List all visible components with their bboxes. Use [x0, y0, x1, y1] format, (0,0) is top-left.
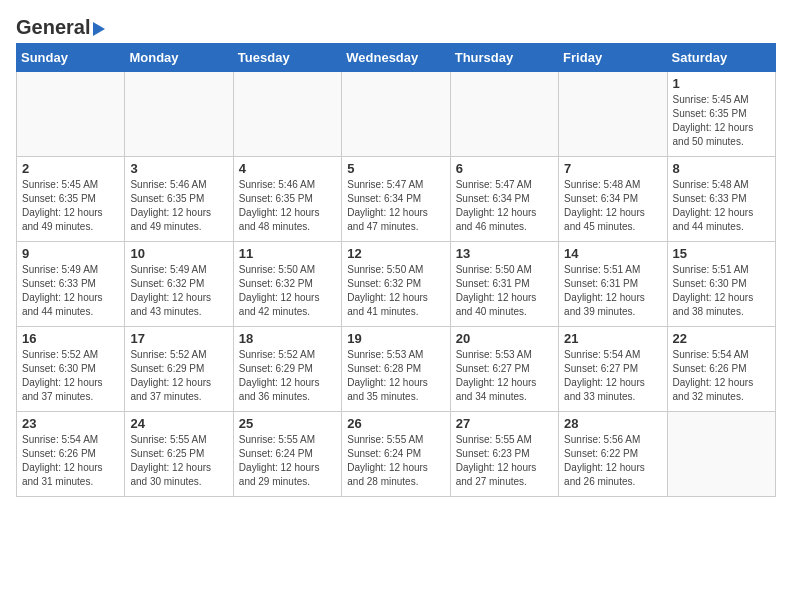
calendar-day	[342, 72, 450, 157]
day-info: Sunrise: 5:50 AM Sunset: 6:32 PM Dayligh…	[347, 263, 444, 319]
day-info: Sunrise: 5:49 AM Sunset: 6:33 PM Dayligh…	[22, 263, 119, 319]
day-header-saturday: Saturday	[667, 44, 775, 72]
calendar-day: 4Sunrise: 5:46 AM Sunset: 6:35 PM Daylig…	[233, 157, 341, 242]
calendar-day	[125, 72, 233, 157]
day-info: Sunrise: 5:52 AM Sunset: 6:29 PM Dayligh…	[239, 348, 336, 404]
calendar-day: 14Sunrise: 5:51 AM Sunset: 6:31 PM Dayli…	[559, 242, 667, 327]
day-number: 17	[130, 331, 227, 346]
calendar-day: 17Sunrise: 5:52 AM Sunset: 6:29 PM Dayli…	[125, 327, 233, 412]
day-header-sunday: Sunday	[17, 44, 125, 72]
calendar-day: 8Sunrise: 5:48 AM Sunset: 6:33 PM Daylig…	[667, 157, 775, 242]
day-info: Sunrise: 5:55 AM Sunset: 6:25 PM Dayligh…	[130, 433, 227, 489]
day-info: Sunrise: 5:53 AM Sunset: 6:28 PM Dayligh…	[347, 348, 444, 404]
calendar-day: 26Sunrise: 5:55 AM Sunset: 6:24 PM Dayli…	[342, 412, 450, 497]
day-number: 7	[564, 161, 661, 176]
day-info: Sunrise: 5:45 AM Sunset: 6:35 PM Dayligh…	[673, 93, 770, 149]
day-number: 22	[673, 331, 770, 346]
calendar-day: 11Sunrise: 5:50 AM Sunset: 6:32 PM Dayli…	[233, 242, 341, 327]
calendar-day	[667, 412, 775, 497]
calendar-day: 10Sunrise: 5:49 AM Sunset: 6:32 PM Dayli…	[125, 242, 233, 327]
calendar-day	[233, 72, 341, 157]
day-info: Sunrise: 5:54 AM Sunset: 6:27 PM Dayligh…	[564, 348, 661, 404]
day-header-wednesday: Wednesday	[342, 44, 450, 72]
calendar-day: 1Sunrise: 5:45 AM Sunset: 6:35 PM Daylig…	[667, 72, 775, 157]
day-number: 6	[456, 161, 553, 176]
day-number: 18	[239, 331, 336, 346]
day-info: Sunrise: 5:45 AM Sunset: 6:35 PM Dayligh…	[22, 178, 119, 234]
day-info: Sunrise: 5:55 AM Sunset: 6:24 PM Dayligh…	[347, 433, 444, 489]
day-number: 19	[347, 331, 444, 346]
day-info: Sunrise: 5:47 AM Sunset: 6:34 PM Dayligh…	[347, 178, 444, 234]
calendar-day: 7Sunrise: 5:48 AM Sunset: 6:34 PM Daylig…	[559, 157, 667, 242]
calendar-day	[17, 72, 125, 157]
day-info: Sunrise: 5:54 AM Sunset: 6:26 PM Dayligh…	[673, 348, 770, 404]
day-number: 5	[347, 161, 444, 176]
calendar-day: 21Sunrise: 5:54 AM Sunset: 6:27 PM Dayli…	[559, 327, 667, 412]
day-info: Sunrise: 5:52 AM Sunset: 6:29 PM Dayligh…	[130, 348, 227, 404]
calendar-day: 25Sunrise: 5:55 AM Sunset: 6:24 PM Dayli…	[233, 412, 341, 497]
calendar-day: 20Sunrise: 5:53 AM Sunset: 6:27 PM Dayli…	[450, 327, 558, 412]
page-header: General	[16, 16, 776, 35]
day-header-friday: Friday	[559, 44, 667, 72]
calendar-day: 24Sunrise: 5:55 AM Sunset: 6:25 PM Dayli…	[125, 412, 233, 497]
day-number: 10	[130, 246, 227, 261]
day-info: Sunrise: 5:55 AM Sunset: 6:23 PM Dayligh…	[456, 433, 553, 489]
calendar-day: 18Sunrise: 5:52 AM Sunset: 6:29 PM Dayli…	[233, 327, 341, 412]
calendar-week-2: 2Sunrise: 5:45 AM Sunset: 6:35 PM Daylig…	[17, 157, 776, 242]
calendar-day: 28Sunrise: 5:56 AM Sunset: 6:22 PM Dayli…	[559, 412, 667, 497]
day-number: 11	[239, 246, 336, 261]
day-number: 8	[673, 161, 770, 176]
calendar-day: 3Sunrise: 5:46 AM Sunset: 6:35 PM Daylig…	[125, 157, 233, 242]
day-info: Sunrise: 5:51 AM Sunset: 6:30 PM Dayligh…	[673, 263, 770, 319]
day-info: Sunrise: 5:48 AM Sunset: 6:33 PM Dayligh…	[673, 178, 770, 234]
calendar-day: 15Sunrise: 5:51 AM Sunset: 6:30 PM Dayli…	[667, 242, 775, 327]
calendar-day	[450, 72, 558, 157]
calendar-header-row: SundayMondayTuesdayWednesdayThursdayFrid…	[17, 44, 776, 72]
day-info: Sunrise: 5:50 AM Sunset: 6:32 PM Dayligh…	[239, 263, 336, 319]
day-number: 12	[347, 246, 444, 261]
day-number: 2	[22, 161, 119, 176]
day-number: 21	[564, 331, 661, 346]
calendar-day: 23Sunrise: 5:54 AM Sunset: 6:26 PM Dayli…	[17, 412, 125, 497]
day-info: Sunrise: 5:48 AM Sunset: 6:34 PM Dayligh…	[564, 178, 661, 234]
day-number: 4	[239, 161, 336, 176]
calendar-week-3: 9Sunrise: 5:49 AM Sunset: 6:33 PM Daylig…	[17, 242, 776, 327]
day-info: Sunrise: 5:51 AM Sunset: 6:31 PM Dayligh…	[564, 263, 661, 319]
day-number: 28	[564, 416, 661, 431]
logo-arrow-icon	[93, 22, 105, 36]
day-number: 24	[130, 416, 227, 431]
calendar-table: SundayMondayTuesdayWednesdayThursdayFrid…	[16, 43, 776, 497]
day-info: Sunrise: 5:49 AM Sunset: 6:32 PM Dayligh…	[130, 263, 227, 319]
calendar-day: 19Sunrise: 5:53 AM Sunset: 6:28 PM Dayli…	[342, 327, 450, 412]
day-number: 23	[22, 416, 119, 431]
day-number: 27	[456, 416, 553, 431]
day-number: 3	[130, 161, 227, 176]
day-info: Sunrise: 5:55 AM Sunset: 6:24 PM Dayligh…	[239, 433, 336, 489]
day-number: 16	[22, 331, 119, 346]
calendar-day: 16Sunrise: 5:52 AM Sunset: 6:30 PM Dayli…	[17, 327, 125, 412]
calendar-day: 22Sunrise: 5:54 AM Sunset: 6:26 PM Dayli…	[667, 327, 775, 412]
day-number: 14	[564, 246, 661, 261]
day-number: 1	[673, 76, 770, 91]
day-info: Sunrise: 5:52 AM Sunset: 6:30 PM Dayligh…	[22, 348, 119, 404]
day-info: Sunrise: 5:54 AM Sunset: 6:26 PM Dayligh…	[22, 433, 119, 489]
day-info: Sunrise: 5:46 AM Sunset: 6:35 PM Dayligh…	[130, 178, 227, 234]
calendar-day	[559, 72, 667, 157]
calendar-week-5: 23Sunrise: 5:54 AM Sunset: 6:26 PM Dayli…	[17, 412, 776, 497]
day-info: Sunrise: 5:47 AM Sunset: 6:34 PM Dayligh…	[456, 178, 553, 234]
logo-general: General	[16, 16, 90, 39]
day-number: 26	[347, 416, 444, 431]
day-number: 20	[456, 331, 553, 346]
day-info: Sunrise: 5:50 AM Sunset: 6:31 PM Dayligh…	[456, 263, 553, 319]
day-number: 15	[673, 246, 770, 261]
calendar-day: 5Sunrise: 5:47 AM Sunset: 6:34 PM Daylig…	[342, 157, 450, 242]
day-header-thursday: Thursday	[450, 44, 558, 72]
calendar-day: 27Sunrise: 5:55 AM Sunset: 6:23 PM Dayli…	[450, 412, 558, 497]
day-number: 13	[456, 246, 553, 261]
day-number: 25	[239, 416, 336, 431]
calendar-day: 9Sunrise: 5:49 AM Sunset: 6:33 PM Daylig…	[17, 242, 125, 327]
calendar-week-4: 16Sunrise: 5:52 AM Sunset: 6:30 PM Dayli…	[17, 327, 776, 412]
day-header-monday: Monday	[125, 44, 233, 72]
calendar-week-1: 1Sunrise: 5:45 AM Sunset: 6:35 PM Daylig…	[17, 72, 776, 157]
calendar-day: 6Sunrise: 5:47 AM Sunset: 6:34 PM Daylig…	[450, 157, 558, 242]
